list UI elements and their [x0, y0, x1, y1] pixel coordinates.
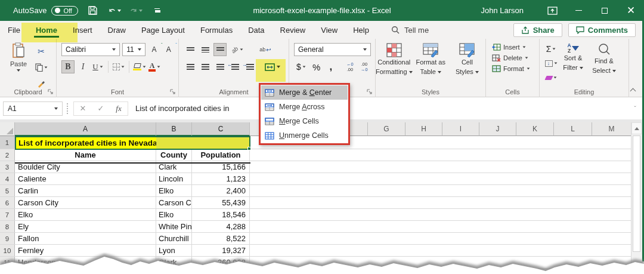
bottom-align-button[interactable]	[213, 43, 227, 56]
undo-button[interactable]	[108, 4, 121, 17]
tell-me-search[interactable]: Tell me	[391, 26, 429, 35]
font-name-combo[interactable]: Calibri	[61, 43, 120, 56]
row-header-10[interactable]: 10	[0, 245, 15, 256]
italic-button[interactable]: I	[76, 60, 89, 73]
copy-button[interactable]	[35, 61, 48, 74]
align-center-button[interactable]	[199, 60, 212, 73]
align-right-button[interactable]	[213, 60, 227, 73]
column-header-b[interactable]: B	[156, 122, 192, 136]
paste-dropdown-icon[interactable]	[17, 69, 20, 72]
percent-style-button[interactable]: %	[311, 60, 323, 73]
minimize-button[interactable]	[565, 0, 592, 21]
row-header-5[interactable]: 5	[0, 185, 15, 196]
close-button[interactable]: ✕	[618, 0, 644, 21]
row-header-8[interactable]: 8	[0, 221, 15, 232]
fill-color-button[interactable]	[133, 60, 146, 73]
cell-a5[interactable]: Carlin	[15, 185, 156, 196]
menu-item-merge-cells[interactable]: Merge Cells	[261, 114, 348, 128]
align-left-button[interactable]	[184, 60, 197, 73]
column-header-a[interactable]: A	[15, 122, 156, 136]
increase-font-size-button[interactable]: Aˆ	[148, 43, 160, 56]
cell-a6[interactable]: Carson City	[15, 197, 156, 208]
tab-draw[interactable]: Draw	[100, 21, 134, 39]
row-header-7[interactable]: 7	[0, 209, 15, 220]
selected-range-a1-c1[interactable]: List of incorporated cities in Nevada	[15, 136, 250, 150]
enter-check-icon[interactable]: ✓	[92, 104, 110, 113]
name-box[interactable]: A1	[3, 101, 63, 116]
tab-data[interactable]: Data	[240, 21, 272, 39]
middle-align-button[interactable]	[199, 43, 212, 56]
cell-c8[interactable]: 4,288	[192, 221, 250, 232]
clear-button[interactable]	[544, 72, 558, 84]
column-header-l[interactable]: L	[554, 122, 592, 136]
row-header-6[interactable]: 6	[0, 197, 15, 208]
font-dialog-launcher[interactable]	[170, 89, 176, 95]
cell-b8[interactable]: White Pin	[156, 221, 192, 232]
clipboard-dialog-launcher[interactable]	[48, 89, 54, 95]
cell-a9[interactable]: Fallon	[15, 233, 156, 244]
customize-quick-access-toolbar-button[interactable]	[151, 4, 164, 17]
undo-dropdown-icon[interactable]	[117, 10, 121, 12]
tab-view[interactable]: View	[313, 21, 345, 39]
ribbon-display-options-button[interactable]	[539, 0, 565, 21]
orientation-button[interactable]: ab	[228, 43, 246, 56]
insert-cells-button[interactable]: Insert	[492, 44, 539, 51]
increase-decimal-button[interactable]: ←0.00	[344, 60, 356, 73]
cell-a8[interactable]: Ely	[15, 221, 156, 232]
cell-c11[interactable]: 260,068	[192, 257, 250, 268]
menu-item-merge-and-center[interactable]: Merge & Center	[261, 85, 348, 100]
top-align-button[interactable]	[184, 43, 197, 56]
accounting-format-button[interactable]: $	[294, 60, 308, 73]
font-size-combo[interactable]: 11	[122, 43, 145, 56]
font-color-button[interactable]: A	[148, 60, 161, 73]
borders-button[interactable]	[112, 60, 125, 73]
cell-b9[interactable]: Churchill	[156, 233, 192, 244]
cell-c6[interactable]: 55,439	[192, 197, 250, 208]
user-name[interactable]: John Larson	[481, 6, 524, 15]
decrease-decimal-button[interactable]: .00→0	[358, 60, 370, 73]
cell-a2[interactable]: Name	[15, 149, 156, 161]
row-header-4[interactable]: 4	[0, 173, 15, 184]
cell-a10[interactable]: Fernley	[15, 245, 156, 256]
row-header-11[interactable]: 11	[0, 257, 15, 268]
format-cells-button[interactable]: Format	[492, 65, 539, 72]
bold-button[interactable]: B	[61, 60, 75, 73]
fill-button[interactable]: ↓	[544, 57, 558, 69]
scroll-up-arrow-icon[interactable]	[631, 122, 642, 134]
cancel-icon[interactable]: ✕	[74, 104, 92, 113]
formula-input[interactable]: List of incorporated cities in	[128, 101, 626, 116]
number-dialog-launcher[interactable]	[367, 89, 373, 95]
row-header-2[interactable]: 2	[0, 149, 15, 161]
menu-item-merge-across[interactable]: Merge Across	[261, 100, 348, 114]
cell-a11[interactable]: Henderson	[15, 257, 156, 268]
cell-c5[interactable]: 2,400	[192, 185, 250, 196]
vertical-scrollbar[interactable]	[631, 122, 642, 274]
expand-formula-bar-icon[interactable]: ˇ	[626, 105, 644, 112]
comments-button[interactable]: Comments	[568, 23, 636, 37]
increase-indent-button[interactable]: →	[243, 60, 256, 73]
comma-style-button[interactable]: ,	[325, 60, 337, 73]
column-header-i[interactable]: I	[442, 122, 479, 136]
select-all-corner[interactable]	[0, 122, 15, 136]
column-header-c[interactable]: C	[192, 122, 250, 136]
formula-bar-splitter[interactable]	[67, 103, 69, 114]
column-header-h[interactable]: H	[405, 122, 442, 136]
menu-item-unmerge-cells[interactable]: Unmerge Cells	[261, 128, 348, 143]
column-header-m[interactable]: M	[592, 122, 631, 136]
maximize-button[interactable]	[592, 0, 618, 21]
autosave-toggle[interactable]: AutoSave Off	[13, 6, 78, 16]
fill-handle[interactable]	[247, 147, 251, 150]
cell-b6[interactable]: Carson Cit	[156, 197, 192, 208]
scrollbar-thumb[interactable]	[633, 136, 640, 252]
cell-b2[interactable]: County	[156, 149, 192, 161]
cell-b10[interactable]: Lyon	[156, 245, 192, 256]
autosave-pill[interactable]: Off	[51, 6, 78, 16]
row-header-1[interactable]: 1	[0, 136, 15, 149]
cell-a1-title[interactable]: List of incorporated cities in Nevada	[16, 137, 156, 149]
cell-c10[interactable]: 19,327	[192, 245, 250, 256]
cell-c9[interactable]: 8,522	[192, 233, 250, 244]
column-header-k[interactable]: K	[516, 122, 554, 136]
cell-b4[interactable]: Lincoln	[156, 173, 192, 184]
collapse-ribbon-button[interactable]	[628, 87, 637, 93]
autosum-button[interactable]: Σ	[544, 43, 558, 55]
